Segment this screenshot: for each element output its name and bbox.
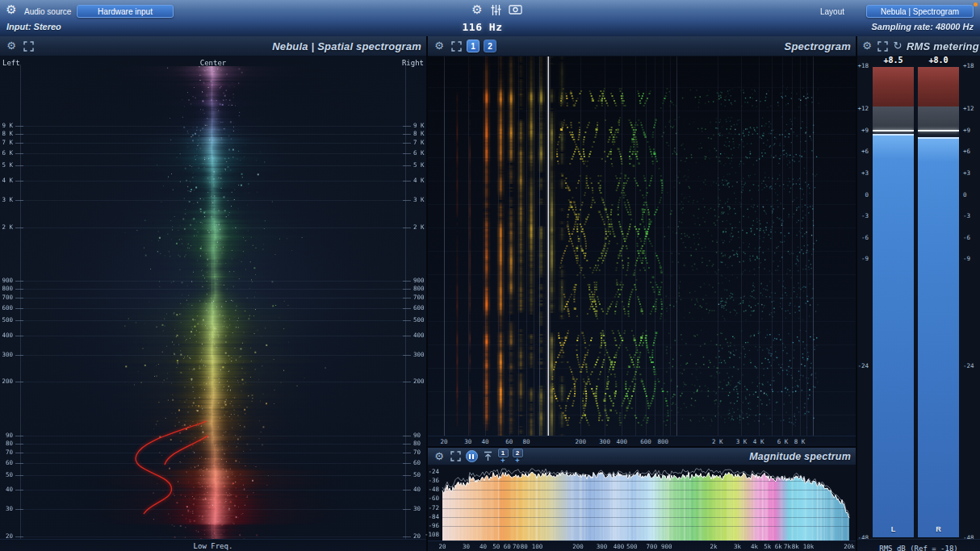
- freq-tick-label: 30: [6, 506, 13, 512]
- db-scale-label: +12: [857, 106, 869, 112]
- app-root: ⚙ Audio source Hardware input ⚙ Layout N…: [0, 0, 980, 551]
- spectrogram-canvas[interactable]: [428, 56, 856, 436]
- analyzer-settings-gear-icon[interactable]: ⚙: [471, 3, 484, 16]
- meter-peak-line: [873, 130, 914, 131]
- meter-over-zone: [918, 67, 959, 106]
- freq-tick-label: 2k: [704, 544, 723, 550]
- spectrogram-view-1-button[interactable]: 1: [467, 40, 480, 52]
- freq-tick-label: 200: [2, 378, 13, 385]
- freq-tick-label: 700: [413, 294, 425, 301]
- global-settings-gear-icon[interactable]: ⚙: [5, 3, 18, 16]
- freq-tick-label: 500: [622, 544, 642, 550]
- db-tick-label: -84: [428, 514, 439, 520]
- audio-source-label: Audio source: [24, 7, 71, 16]
- freq-tick-label: 40: [473, 439, 497, 445]
- spectrogram-panel-header: ⚙ 1 2 Spectrogram: [428, 36, 856, 56]
- freq-tick-label: 20k: [840, 544, 859, 550]
- rms-metering-panel: ⚙ ↻ RMS metering +8.5 +8.0 +18+12+9+6+30…: [857, 36, 980, 551]
- meter-level-cap: [918, 137, 959, 139]
- freq-tick-label: 600: [2, 305, 13, 311]
- freq-tick-label: 9 K: [2, 123, 13, 129]
- freq-tick-label: 300: [413, 352, 425, 358]
- db-scale-label: -3: [963, 213, 970, 219]
- freq-tick-label: 90: [413, 432, 421, 439]
- freq-axis-left: 9 K8 K7 K6 K5 K4 K3 K2 K9008007006005004…: [0, 36, 15, 551]
- spatial-spectrogram-canvas[interactable]: [0, 56, 426, 542]
- rms-fullscreen-icon[interactable]: [876, 40, 889, 52]
- db-scale-label: +3: [861, 170, 869, 177]
- freq-tick-label: 8 K: [788, 439, 812, 445]
- rms-reference-label: RMS dB (Ref = -18): [879, 545, 958, 551]
- freq-tick-label: 2 K: [413, 224, 425, 231]
- freq-tick-label: 400: [609, 439, 634, 445]
- spectrogram-settings-gear-icon[interactable]: ⚙: [433, 40, 446, 52]
- freq-tick-label: 40: [413, 486, 421, 493]
- spectrogram-panel: ⚙ 1 2 Spectrogram 2030406080200300400600…: [428, 36, 856, 446]
- layout-button[interactable]: Layout: [820, 7, 844, 16]
- freq-tick-label: 300: [2, 352, 13, 358]
- freq-tick-label: 10k: [798, 544, 818, 550]
- db-scale-label: 0: [963, 192, 967, 198]
- spectrogram-fullscreen-icon[interactable]: [450, 40, 463, 52]
- freq-tick-label: 900: [413, 278, 425, 284]
- peak-hold-top-icon[interactable]: [481, 450, 494, 463]
- spatial-spectrogram-panel: ⚙ Nebula | Spatial spectrogram Left Cent…: [0, 36, 426, 551]
- freq-tick-label: 50: [413, 472, 421, 478]
- magnitude-spectrum-panel: ⚙ 1 + 2 + Magnitude spectrum -24-36-48-6…: [428, 448, 856, 551]
- view-selector-button[interactable]: Nebula | Spectrogram: [866, 5, 974, 18]
- freq-tick-label: 7 K: [413, 140, 425, 146]
- freq-tick-label: 3 K: [2, 197, 13, 203]
- rms-scale-right: +18+12+9+6+30-3-6-9-24-48: [961, 66, 979, 538]
- db-scale-label: -3: [861, 213, 869, 219]
- freq-tick-label: 80: [6, 440, 13, 447]
- pan-center-label: Center: [0, 59, 426, 67]
- spectrogram-view-2-button[interactable]: 2: [484, 40, 496, 52]
- pause-button[interactable]: [465, 450, 478, 463]
- freq-tick-label: 200: [413, 378, 425, 385]
- freq-tick-label: 3 K: [413, 197, 425, 203]
- rms-meter-right[interactable]: [917, 66, 960, 538]
- freq-tick-label: 30: [413, 506, 421, 512]
- freq-tick-label: 8 K: [413, 131, 425, 137]
- sliders-icon[interactable]: [489, 3, 502, 16]
- add-curve-1-icon[interactable]: +: [500, 457, 505, 464]
- rms-scale-left: +18+12+9+6+30-3-6-9-24-48: [857, 66, 870, 538]
- hardware-input-button[interactable]: Hardware input: [77, 5, 174, 18]
- freq-tick-label: 20: [432, 439, 456, 445]
- db-scale-label: +18: [857, 63, 869, 69]
- freq-tick-label: 800: [651, 439, 675, 445]
- db-scale-label: -24: [857, 363, 869, 369]
- channel-label-right: R: [917, 525, 960, 533]
- freq-tick-label: 200: [568, 544, 588, 550]
- magnitude-db-axis: -24-36-48-60-72-84-96-108: [428, 465, 441, 541]
- notification-dot: [974, 2, 978, 6]
- spatial-panel-title: Nebula | Spatial spectrogram: [272, 40, 421, 52]
- freq-tick-label: 800: [413, 286, 425, 292]
- freq-tick-label: 6 K: [2, 150, 13, 157]
- spatial-fullscreen-icon[interactable]: [22, 40, 35, 52]
- freq-tick-label: 2 K: [2, 224, 13, 231]
- rms-meter-left[interactable]: [872, 66, 915, 538]
- meter-level-fill: [873, 135, 914, 537]
- add-curve-2-icon[interactable]: +: [515, 457, 519, 464]
- magnitude-spectrum-canvas[interactable]: [428, 465, 856, 541]
- db-tick-label: -108: [425, 532, 439, 538]
- center-toolbar: ⚙: [471, 3, 522, 16]
- db-tick-label: -96: [428, 523, 439, 529]
- magnitude-settings-gear-icon[interactable]: ⚙: [433, 450, 446, 463]
- magnitude-panel-title: Magnitude spectrum: [749, 451, 851, 462]
- freq-tick-label: 80: [514, 439, 538, 445]
- meter-headroom-zone: [873, 106, 914, 131]
- spatial-settings-gear-icon[interactable]: ⚙: [5, 40, 18, 52]
- freq-tick-label: 90: [6, 432, 13, 439]
- spatial-panel-header: ⚙ Nebula | Spatial spectrogram: [0, 36, 426, 56]
- rms-reset-refresh-icon[interactable]: ↻: [891, 40, 904, 52]
- db-tick-label: -60: [428, 495, 439, 502]
- rms-settings-gear-icon[interactable]: ⚙: [861, 40, 873, 52]
- freq-tick-label: 5 K: [2, 162, 13, 169]
- magnitude-fullscreen-icon[interactable]: [449, 450, 462, 463]
- db-scale-label: -9: [861, 256, 869, 262]
- rms-panel-title: RMS metering: [907, 40, 979, 52]
- freq-tick-label: 80: [413, 440, 421, 447]
- display-io-icon[interactable]: [508, 3, 522, 16]
